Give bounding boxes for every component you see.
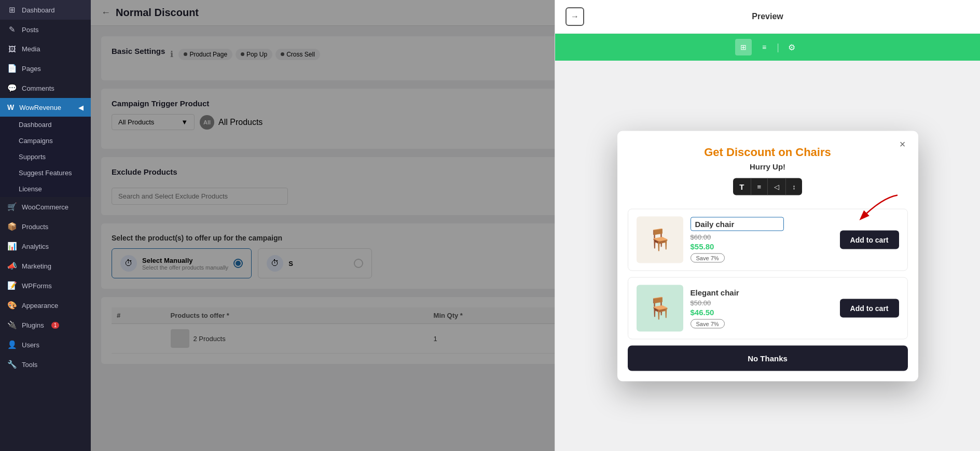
sidebar-item-label: Posts	[22, 26, 39, 34]
sidebar-item-wr-suggest[interactable]: Suggest Features	[0, 165, 91, 181]
marketing-icon: 📣	[7, 261, 17, 271]
pages-icon: 📄	[7, 64, 17, 73]
sidebar-item-label: Tools	[22, 361, 37, 369]
preview-header: → Preview	[555, 0, 980, 34]
modal-subtitle: Hurry Up!	[617, 162, 918, 171]
sidebar-item-label: Dashboard	[22, 6, 55, 14]
save-badge-1: Save 7%	[691, 253, 725, 262]
sidebar-item-label: WPForms	[22, 282, 52, 290]
product-image-2: 🪑	[637, 285, 683, 331]
sidebar-item-appearance[interactable]: 🎨 Appearance	[0, 295, 91, 315]
sidebar-item-wr-dashboard[interactable]: Dashboard	[0, 117, 91, 133]
tools-icon: 🔧	[7, 360, 17, 369]
format-text-btn[interactable]: T	[733, 178, 751, 195]
preview-view-controls: ⊞ ≡ | ⚙	[555, 34, 980, 61]
wr-suggest-label: Suggest Features	[19, 169, 72, 177]
shape-icon: ◁	[774, 182, 779, 190]
exit-icon: →	[571, 12, 579, 21]
format-shape-btn[interactable]: ◁	[768, 178, 786, 195]
analytics-icon: 📊	[7, 242, 17, 251]
format-align-btn[interactable]: ≡	[751, 178, 768, 195]
sidebar-item-posts[interactable]: ✎ Posts	[0, 20, 91, 39]
grid-view-button[interactable]: ⊞	[735, 39, 752, 55]
wowrevenue-submenu: Dashboard Campaigns Supports Suggest Fea…	[0, 117, 91, 197]
sidebar-item-pages[interactable]: 📄 Pages	[0, 59, 91, 78]
sidebar-item-label: Plugins	[22, 321, 44, 329]
products-icon: 📦	[7, 222, 17, 231]
sidebar-item-wr-supports[interactable]: Supports	[0, 149, 91, 165]
wowrevenue-section: W WowRevenue ◀ Dashboard Campaigns Suppo…	[0, 98, 91, 197]
dashboard-icon: ⊞	[7, 5, 17, 15]
height-icon: ↕	[792, 182, 796, 190]
format-height-btn[interactable]: ↕	[786, 178, 802, 195]
view-divider: |	[777, 42, 779, 53]
sidebar-item-analytics[interactable]: 📊 Analytics	[0, 236, 91, 256]
product-sale-price-1: $55.80	[691, 242, 833, 250]
product-orig-price-1: $60.00	[691, 233, 833, 241]
modal-title: Get Discount on Chairs	[617, 131, 918, 162]
wpforms-icon: 📝	[7, 281, 17, 290]
sidebar-item-products[interactable]: 📦 Products	[0, 217, 91, 236]
sidebar-item-label: Pages	[22, 65, 41, 73]
plugins-badge: 1	[51, 322, 60, 329]
sidebar-item-marketing[interactable]: 📣 Marketing	[0, 256, 91, 276]
add-to-cart-button-2[interactable]: Add to cart	[840, 299, 899, 317]
sidebar-item-dashboard[interactable]: ⊞ Dashboard	[0, 0, 91, 20]
sidebar-item-label: Comments	[22, 84, 54, 92]
sidebar-item-label: WooCommerce	[22, 203, 68, 211]
comments-icon: 💬	[7, 83, 17, 93]
wr-supports-label: Supports	[19, 153, 46, 161]
sidebar-item-woocommerce[interactable]: 🛒 WooCommerce	[0, 197, 91, 217]
text-format-icon: T	[739, 182, 744, 191]
sidebar-item-label: Appearance	[22, 302, 58, 309]
exit-preview-button[interactable]: →	[565, 7, 584, 26]
product-name-2: Elegant chair	[691, 288, 833, 297]
preview-title: Preview	[584, 12, 951, 21]
chair-icon-2: 🪑	[647, 296, 673, 320]
product-card-2: 🪑 Elegant chair $50.00 $46.50 Save 7% Ad…	[628, 277, 908, 339]
wowrevenue-icon: W	[7, 103, 14, 111]
chair-icon-1: 🪑	[647, 228, 673, 252]
sidebar-item-label: Marketing	[22, 262, 51, 270]
modal-popup: × Get Discount on Chairs Hurry Up! T ≡	[617, 131, 918, 381]
sidebar-item-wr-license[interactable]: License	[0, 181, 91, 197]
wr-license-label: License	[19, 185, 42, 193]
product-sale-price-2: $46.50	[691, 307, 833, 316]
sidebar-item-media[interactable]: 🖼 Media	[0, 39, 91, 59]
toolbar-product-area: T ≡ ◁ ↕	[617, 178, 918, 203]
sidebar-item-label: Media	[22, 45, 40, 53]
no-thanks-button[interactable]: No Thanks	[628, 345, 908, 371]
appearance-icon: 🎨	[7, 301, 17, 310]
sidebar-item-users[interactable]: 👤 Users	[0, 335, 91, 355]
media-icon: 🖼	[7, 45, 17, 53]
add-to-cart-button-1[interactable]: Add to cart	[840, 230, 899, 249]
save-badge-2: Save 7%	[691, 319, 725, 328]
sidebar-item-wpforms[interactable]: 📝 WPForms	[0, 276, 91, 295]
sidebar-item-wowrevenue[interactable]: W WowRevenue ◀	[0, 98, 91, 117]
sidebar-item-wr-campaigns[interactable]: Campaigns	[0, 133, 91, 149]
preview-content: × Get Discount on Chairs Hurry Up! T ≡	[555, 61, 980, 451]
plugins-icon: 🔌	[7, 320, 17, 330]
sidebar-item-plugins[interactable]: 🔌 Plugins 1	[0, 315, 91, 335]
woocommerce-icon: 🛒	[7, 202, 17, 212]
sidebar-item-comments[interactable]: 💬 Comments	[0, 78, 91, 98]
product-orig-price-2: $50.00	[691, 299, 833, 306]
wowrevenue-label: WowRevenue	[19, 104, 61, 111]
product-name-input-1[interactable]	[691, 217, 784, 231]
product-image-1: 🪑	[637, 216, 683, 263]
dim-overlay	[91, 0, 555, 451]
wr-campaigns-label: Campaigns	[19, 137, 53, 145]
format-toolbar: T ≡ ◁ ↕	[733, 178, 802, 195]
wowrevenue-collapse-icon: ◀	[78, 104, 84, 111]
sidebar-item-label: Products	[22, 223, 48, 231]
users-icon: 👤	[7, 340, 17, 349]
sidebar-item-tools[interactable]: 🔧 Tools	[0, 355, 91, 374]
product-info-1: $60.00 $55.80 Save 7%	[691, 217, 833, 262]
list-view-button[interactable]: ≡	[756, 39, 772, 55]
align-icon: ≡	[757, 182, 762, 190]
wr-dashboard-label: Dashboard	[19, 121, 52, 129]
settings-button[interactable]: ⚙	[783, 39, 800, 55]
product-info-2: Elegant chair $50.00 $46.50 Save 7%	[691, 288, 833, 328]
main-area: ← Normal Discount Active Draft Update Ba…	[91, 0, 980, 451]
modal-close-button[interactable]: ×	[895, 137, 910, 151]
